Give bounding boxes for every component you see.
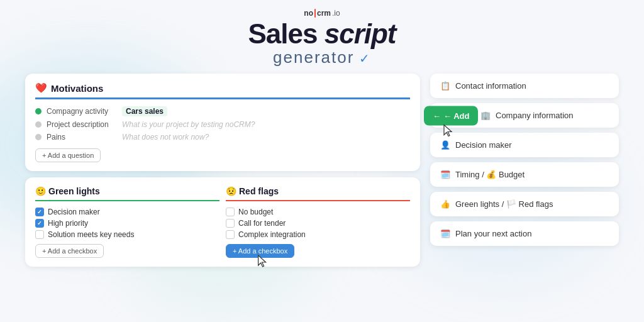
green-divider (35, 200, 219, 201)
motivation-label-1: Project description (47, 120, 122, 129)
lights-flags-card: 🙂 Green lights Decision maker High prior… (25, 177, 420, 267)
motivation-label-2: Pains (47, 133, 122, 142)
right-panel: 📋 Contact information ← ← Add 🏢 Company … (430, 74, 619, 267)
contact-info-card[interactable]: 📋 Contact information (430, 74, 619, 98)
red-item-label-0: No budget (238, 208, 273, 216)
green-lights-title: 🙂 Green lights (35, 186, 219, 196)
green-lights-icon: 🙂 (35, 186, 46, 196)
main-content: ❤️ Motivations Compagny activity Cars sa… (0, 74, 644, 267)
logo-line: no crm .io (0, 9, 644, 18)
red-flags-icon: 😟 (226, 186, 236, 196)
green-item-0: Decision maker (35, 206, 219, 218)
motivation-placeholder-2: What does not work now? (122, 133, 209, 142)
title-script: script (325, 18, 396, 49)
timing-budget-card[interactable]: 🗓️ Timing / 💰 Budget (430, 162, 619, 187)
contact-info-icon: 📋 (440, 81, 450, 91)
green-lights-section: 🙂 Green lights Decision maker High prior… (35, 186, 219, 258)
checkbox-green-0[interactable] (35, 208, 44, 216)
timing-budget-label: Timing / 💰 Budget (455, 170, 525, 179)
red-item-1: Call for tender (226, 218, 410, 229)
inactive-dot-1 (35, 121, 42, 128)
add-green-checkbox-button[interactable]: + Add a checkbox (35, 244, 104, 258)
motivation-row-1: Project description What is your project… (35, 118, 410, 131)
title-sales: Sales (248, 18, 317, 49)
company-info-label: Company information (496, 111, 574, 120)
add-question-button[interactable]: + Add a question (35, 148, 101, 162)
motivations-title: ❤️ Motivations (35, 82, 410, 99)
add-button-label: ← Add (443, 111, 469, 120)
motivations-icon: ❤️ (35, 82, 47, 94)
green-item-label-2: Solution meets key needs (48, 230, 134, 239)
decision-maker-card[interactable]: 👤 Decision maker (430, 133, 619, 157)
red-item-0: No budget (226, 206, 410, 218)
contact-info-label: Contact information (455, 81, 526, 91)
green-item-2: Solution meets key needs (35, 229, 219, 240)
checkbox-red-2[interactable] (226, 230, 235, 239)
motivation-placeholder-1: What is your project by testing noCRM? (122, 120, 255, 129)
green-item-1: High priority (35, 218, 219, 229)
decision-maker-icon: 👤 (440, 140, 450, 150)
motivations-card: ❤️ Motivations Compagny activity Cars sa… (25, 74, 420, 171)
motivations-label: Motivations (51, 83, 103, 94)
logo-no: no (304, 9, 313, 18)
add-red-checkbox-wrapper: + Add a checkbox (226, 240, 294, 258)
red-item-2: Complex integration (226, 229, 410, 240)
timing-budget-icon: 🗓️ (440, 170, 450, 179)
subtitle-check: ✓ (354, 52, 371, 65)
motivation-value-0: Cars sales (122, 106, 167, 116)
red-flags-section: 😟 Red flags No budget Call for tender (226, 186, 410, 258)
add-button[interactable]: ← ← Add (424, 106, 478, 125)
add-red-checkbox-button[interactable]: + Add a checkbox (226, 244, 294, 258)
header-title: Sales script (0, 20, 644, 48)
next-action-label: Plan your next action (455, 229, 531, 238)
red-flags-label: Red flags (239, 186, 279, 196)
green-lights-label: Green lights (48, 186, 100, 196)
green-item-label-1: High priority (48, 219, 88, 228)
green-red-icon: 👍 (440, 199, 450, 209)
checkbox-green-2[interactable] (35, 230, 44, 239)
next-action-icon: 🗓️ (440, 229, 450, 238)
decision-maker-label: Decision maker (455, 140, 512, 150)
checkbox-red-1[interactable] (226, 219, 235, 228)
red-item-label-1: Call for tender (238, 219, 286, 228)
red-flags-title: 😟 Red flags (226, 186, 410, 196)
inactive-dot-2 (35, 134, 42, 140)
add-arrow-icon: ← (433, 111, 441, 120)
header: no crm .io Sales script generator ✓ (0, 0, 644, 74)
company-info-icon: 🏢 (480, 111, 491, 120)
green-item-label-0: Decision maker (48, 208, 100, 216)
logo-crm: crm (317, 9, 331, 18)
logo-divider (314, 9, 316, 18)
next-action-card[interactable]: 🗓️ Plan your next action (430, 221, 619, 246)
header-subtitle: generator ✓ (0, 48, 644, 67)
green-red-card[interactable]: 👍 Green lights / 🏳️ Red flags (430, 192, 619, 216)
motivation-row-0: Compagny activity Cars sales (35, 104, 410, 118)
motivation-label-0: Compagny activity (47, 107, 122, 116)
red-divider (226, 200, 410, 201)
green-red-label: Green lights / 🏳️ Red flags (455, 199, 553, 209)
left-panel: ❤️ Motivations Compagny activity Cars sa… (25, 74, 420, 267)
subtitle-text: generator (273, 48, 354, 67)
red-item-label-2: Complex integration (238, 230, 306, 239)
motivation-row-2: Pains What does not work now? (35, 131, 410, 143)
company-info-row: ← ← Add 🏢 Company information (430, 103, 619, 128)
checkbox-red-0[interactable] (226, 208, 235, 216)
checkbox-green-1[interactable] (35, 219, 44, 228)
logo-io: .io (332, 9, 340, 18)
active-dot (35, 108, 42, 114)
